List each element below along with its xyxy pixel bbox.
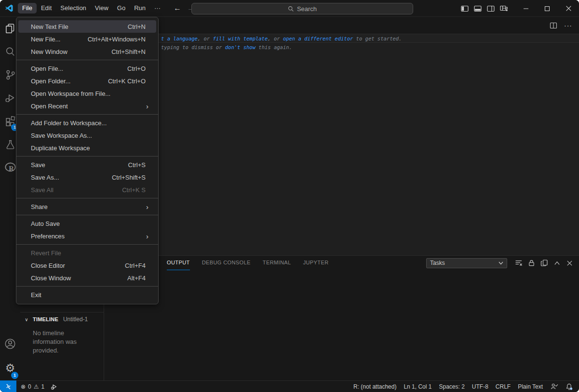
- menu-item-save-as[interactable]: Save As...Ctrl+Shift+S: [18, 171, 156, 183]
- remote-indicator[interactable]: [0, 380, 16, 392]
- timeline-title: TIMELINE: [33, 316, 58, 322]
- menu-item-shortcut: Ctrl+O: [127, 65, 146, 72]
- minimize-button[interactable]: [515, 0, 537, 17]
- close-icon: [566, 5, 572, 12]
- menu-item-label: Open Folder...: [31, 78, 108, 85]
- menu-item-auto-save[interactable]: Auto Save: [18, 217, 156, 230]
- hint-text: , or: [268, 36, 283, 41]
- menu-item-new-file[interactable]: New File...Ctrl+Alt+Windows+N: [18, 33, 156, 45]
- lock-scroll-icon[interactable]: [528, 259, 535, 267]
- menu-item-exit[interactable]: Exit: [18, 288, 156, 301]
- panel-tab-jupyter[interactable]: JUPYTER: [303, 256, 329, 270]
- source-control-icon: [4, 69, 16, 81]
- menu-separator: [16, 114, 158, 115]
- menu-item-label: Save All: [31, 186, 122, 194]
- hint-link[interactable]: open a different editor: [283, 36, 353, 41]
- panel-content: [104, 270, 579, 380]
- maximize-button[interactable]: [537, 0, 558, 17]
- menubar-item-go[interactable]: Go: [113, 3, 130, 13]
- menubar-item-selection[interactable]: Selection: [56, 3, 90, 13]
- panel-tab-debug-console[interactable]: DEBUG CONSOLE: [202, 256, 251, 270]
- customize-layout-icon[interactable]: [500, 5, 508, 13]
- clear-output-icon[interactable]: [515, 259, 523, 267]
- close-panel-icon[interactable]: [566, 260, 573, 267]
- hint-link[interactable]: don't show: [225, 44, 256, 50]
- editor-tab-actions: ···: [550, 17, 572, 34]
- menu-item-close-window[interactable]: Close WindowAlt+F4: [18, 272, 156, 284]
- notifications-bell-icon[interactable]: [566, 383, 573, 391]
- menu-item-save[interactable]: SaveCtrl+S: [18, 158, 156, 171]
- menu-separator: [16, 156, 158, 157]
- menu-item-revert-file: Revert File: [18, 247, 156, 259]
- toggle-primary-sidebar-icon[interactable]: [461, 5, 469, 13]
- notification-dot: [570, 387, 572, 390]
- feedback-icon[interactable]: [550, 383, 558, 390]
- menu-item-label: New Text File: [31, 23, 128, 30]
- menu-item-label: Save Workspace As...: [31, 132, 146, 139]
- debug-status[interactable]: [50, 383, 58, 391]
- more-actions-icon[interactable]: ···: [564, 22, 572, 29]
- menu-item-shortcut: Ctrl+F4: [125, 262, 146, 269]
- r-logo-letter: R: [9, 165, 14, 172]
- menu-item-add-folder-to-workspace[interactable]: Add Folder to Workspace...: [18, 117, 156, 129]
- hint-text: to get started.: [353, 36, 402, 41]
- menu-item-new-window[interactable]: New WindowCtrl+Shift+N: [18, 45, 156, 58]
- menubar-overflow[interactable]: ···: [150, 3, 165, 13]
- menu-item-open-workspace-from-file[interactable]: Open Workspace from File...: [18, 87, 156, 100]
- chevron-down-icon: ∨: [23, 317, 30, 322]
- statusbar-item[interactable]: Spaces: 2: [439, 383, 464, 390]
- panel-tab-terminal[interactable]: TERMINAL: [263, 256, 291, 270]
- menu-item-save-workspace-as[interactable]: Save Workspace As...: [18, 129, 156, 142]
- menu-item-share[interactable]: Share›: [18, 200, 156, 213]
- panel-tab-output[interactable]: OUTPUT: [167, 256, 190, 270]
- menu-item-new-text-file[interactable]: New Text FileCtrl+N: [18, 20, 156, 33]
- menu-item-shortcut: Ctrl+Shift+S: [112, 174, 146, 181]
- testing-icon: [4, 138, 16, 150]
- menu-item-label: Save: [31, 161, 128, 169]
- editor-area[interactable]: t a language, or fill with template, or …: [104, 34, 579, 255]
- menu-separator: [16, 286, 158, 287]
- toggle-secondary-sidebar-icon[interactable]: [487, 5, 495, 13]
- menubar-item-run[interactable]: Run: [130, 3, 150, 13]
- menubar-item-view[interactable]: View: [91, 3, 113, 13]
- output-channel-select[interactable]: Tasks: [426, 258, 507, 268]
- editor-tab-bar: ···: [104, 17, 579, 34]
- timeline-header[interactable]: ∨ TIMELINE Untitled-1: [20, 313, 104, 323]
- account-button[interactable]: [0, 332, 20, 355]
- hint-link[interactable]: fill with template: [213, 36, 268, 41]
- menu-item-close-editor[interactable]: Close EditorCtrl+F4: [18, 259, 156, 272]
- output-channel-value: Tasks: [430, 260, 445, 266]
- problems-status[interactable]: ⊗ 0 ⚠ 1: [21, 383, 44, 390]
- close-window-button[interactable]: [558, 0, 579, 17]
- vscode-logo-icon: [5, 4, 13, 13]
- statusbar-item[interactable]: CRLF: [496, 383, 511, 390]
- toggle-panel-icon[interactable]: [474, 5, 482, 13]
- search-input[interactable]: Search: [191, 3, 413, 14]
- minimize-icon: [523, 6, 529, 12]
- debug-status-icon: [50, 383, 58, 391]
- statusbar-item[interactable]: Plain Text: [518, 383, 543, 390]
- menu-item-open-folder[interactable]: Open Folder...Ctrl+K Ctrl+O: [18, 75, 156, 87]
- back-arrow-icon[interactable]: ←: [174, 4, 181, 13]
- open-output-in-editor-icon[interactable]: [540, 259, 548, 267]
- menubar-item-edit[interactable]: Edit: [37, 3, 56, 13]
- statusbar-item[interactable]: UTF-8: [472, 383, 488, 390]
- menu-item-label: Share: [31, 203, 146, 210]
- menu-item-label: Add Folder to Workspace...: [31, 119, 146, 127]
- hint-text: typing to dismiss or: [161, 44, 225, 50]
- statusbar-item[interactable]: R: (not attached): [353, 383, 396, 390]
- editor-hint-line-1: t a language, or fill with template, or …: [104, 34, 579, 43]
- hint-link[interactable]: t a language: [161, 36, 198, 41]
- menu-item-preferences[interactable]: Preferences›: [18, 230, 156, 242]
- panel-actions: Tasks: [426, 256, 573, 270]
- maximize-panel-icon[interactable]: [553, 260, 561, 267]
- hint-text: , or: [198, 36, 213, 41]
- settings-badge: 1: [11, 372, 18, 379]
- menu-item-open-file[interactable]: Open File...Ctrl+O: [18, 62, 156, 75]
- menubar-item-file[interactable]: File: [18, 3, 37, 13]
- menu-item-duplicate-workspace[interactable]: Duplicate Workspace: [18, 142, 156, 154]
- settings-button[interactable]: ⚙ 1: [0, 355, 20, 380]
- menu-item-open-recent[interactable]: Open Recent›: [18, 100, 156, 112]
- statusbar-item[interactable]: Ln 1, Col 1: [404, 383, 431, 390]
- split-editor-icon[interactable]: [550, 22, 557, 29]
